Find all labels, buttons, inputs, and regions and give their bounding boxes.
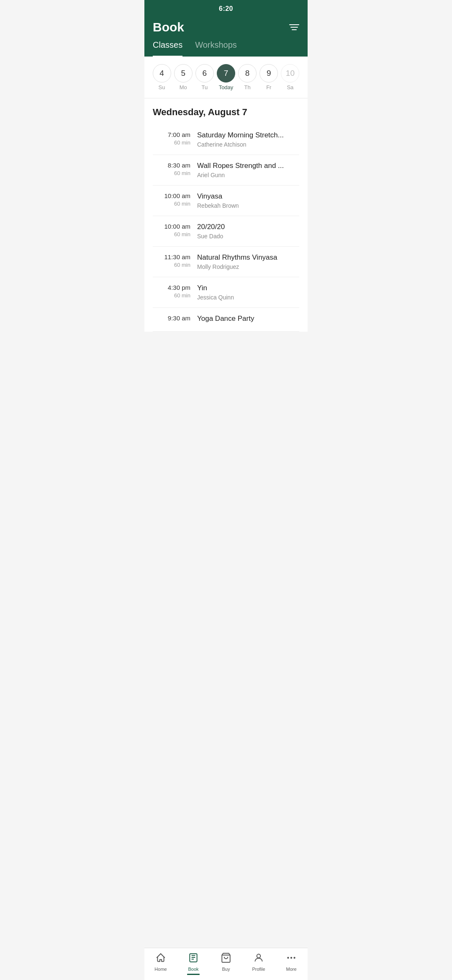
class-info-block: Natural Rhythms VinyasaMolly Rodriguez (197, 253, 299, 270)
class-instructor: Rebekah Brown (197, 202, 299, 209)
header: Book (144, 16, 308, 34)
schedule-section: Wednesday, August 7 7:00 am60 minSaturda… (144, 98, 308, 332)
class-name: Saturday Morning Stretch... (197, 131, 299, 139)
class-duration: 60 min (153, 292, 190, 299)
status-time: 6:20 (219, 5, 233, 12)
filter-line-1 (289, 24, 299, 25)
class-time-main: 7:00 am (153, 131, 190, 138)
filter-line-3 (292, 29, 297, 30)
day-label-Today: Today (219, 84, 234, 90)
day-number-5: 5 (174, 64, 193, 83)
class-list: 7:00 am60 minSaturday Morning Stretch...… (153, 124, 299, 332)
class-name: Vinyasa (197, 192, 299, 201)
class-info-block: Yoga Dance Party (197, 315, 299, 325)
class-time-main: 4:30 pm (153, 284, 190, 291)
class-instructor: Molly Rodriguez (197, 263, 299, 270)
class-time-block: 9:30 am (153, 315, 190, 323)
table-row[interactable]: 8:30 am60 minWall Ropes Strength and ...… (153, 155, 299, 186)
class-duration: 60 min (153, 201, 190, 207)
status-bar: 6:20 (144, 0, 308, 16)
calendar-day-7[interactable]: 7Today (217, 64, 235, 90)
day-number-8: 8 (238, 64, 257, 83)
class-name: Yin (197, 284, 299, 292)
calendar-day-5[interactable]: 5Mo (174, 64, 193, 90)
class-instructor: Sue Dado (197, 233, 299, 240)
schedule-wrapper: Wednesday, August 7 7:00 am60 minSaturda… (144, 98, 308, 365)
calendar-day-9[interactable]: 9Fr (259, 64, 278, 90)
tab-bar: Classes Workshops (144, 34, 308, 57)
class-info-block: YinJessica Quinn (197, 284, 299, 301)
class-time-block: 10:00 am60 min (153, 192, 190, 207)
day-label-Sa: Sa (287, 84, 293, 90)
day-label-Su: Su (159, 84, 165, 90)
table-row[interactable]: 10:00 am60 minVinyasaRebekah Brown (153, 186, 299, 216)
class-time-main: 8:30 am (153, 162, 190, 169)
table-row[interactable]: 9:30 amYoga Dance Party (153, 308, 299, 332)
class-instructor: Jessica Quinn (197, 294, 299, 301)
table-row[interactable]: 4:30 pm60 minYinJessica Quinn (153, 277, 299, 308)
class-time-block: 7:00 am60 min (153, 131, 190, 146)
calendar-strip: 4Su5Mo6Tu7Today8Th9Fr10Sa (144, 57, 308, 98)
class-info-block: VinyasaRebekah Brown (197, 192, 299, 209)
day-label-Fr: Fr (266, 84, 271, 90)
class-time-main: 10:00 am (153, 192, 190, 199)
day-number-6: 6 (195, 64, 214, 83)
class-duration: 60 min (153, 139, 190, 146)
schedule-date: Wednesday, August 7 (153, 107, 299, 118)
class-time-block: 10:00 am60 min (153, 223, 190, 237)
calendar-day-6[interactable]: 6Tu (195, 64, 214, 90)
class-time-main: 11:30 am (153, 253, 190, 260)
class-duration: 60 min (153, 231, 190, 237)
day-number-7: 7 (217, 64, 235, 83)
class-info-block: Wall Ropes Strength and ...Ariel Gunn (197, 162, 299, 178)
class-duration: 60 min (153, 262, 190, 268)
calendar-day-4[interactable]: 4Su (153, 64, 171, 90)
table-row[interactable]: 10:00 am60 min20/20/20Sue Dado (153, 216, 299, 247)
day-number-4: 4 (153, 64, 171, 83)
day-number-9: 9 (259, 64, 278, 83)
class-time-main: 9:30 am (153, 315, 190, 322)
class-time-block: 8:30 am60 min (153, 162, 190, 176)
class-instructor: Ariel Gunn (197, 172, 299, 178)
class-instructor: Catherine Atchison (197, 141, 299, 148)
class-time-main: 10:00 am (153, 223, 190, 230)
calendar-day-8[interactable]: 8Th (238, 64, 257, 90)
class-info-block: 20/20/20Sue Dado (197, 223, 299, 240)
class-duration: 60 min (153, 170, 190, 176)
calendar-day-10[interactable]: 10Sa (281, 64, 299, 90)
table-row[interactable]: 11:30 am60 minNatural Rhythms VinyasaMol… (153, 247, 299, 277)
class-name: Wall Ropes Strength and ... (197, 162, 299, 170)
filter-icon[interactable] (289, 24, 299, 30)
header-title: Book (153, 20, 184, 34)
class-name: Yoga Dance Party (197, 315, 299, 323)
filter-line-2 (290, 27, 298, 28)
table-row[interactable]: 7:00 am60 minSaturday Morning Stretch...… (153, 124, 299, 155)
tab-classes[interactable]: Classes (153, 40, 182, 57)
tab-workshops[interactable]: Workshops (195, 40, 237, 57)
class-time-block: 4:30 pm60 min (153, 284, 190, 299)
class-info-block: Saturday Morning Stretch...Catherine Atc… (197, 131, 299, 148)
day-label-Th: Th (244, 84, 251, 90)
day-number-10: 10 (281, 64, 299, 83)
day-label-Tu: Tu (201, 84, 208, 90)
day-label-Mo: Mo (180, 84, 187, 90)
class-name: Natural Rhythms Vinyasa (197, 253, 299, 262)
class-name: 20/20/20 (197, 223, 299, 231)
class-time-block: 11:30 am60 min (153, 253, 190, 268)
